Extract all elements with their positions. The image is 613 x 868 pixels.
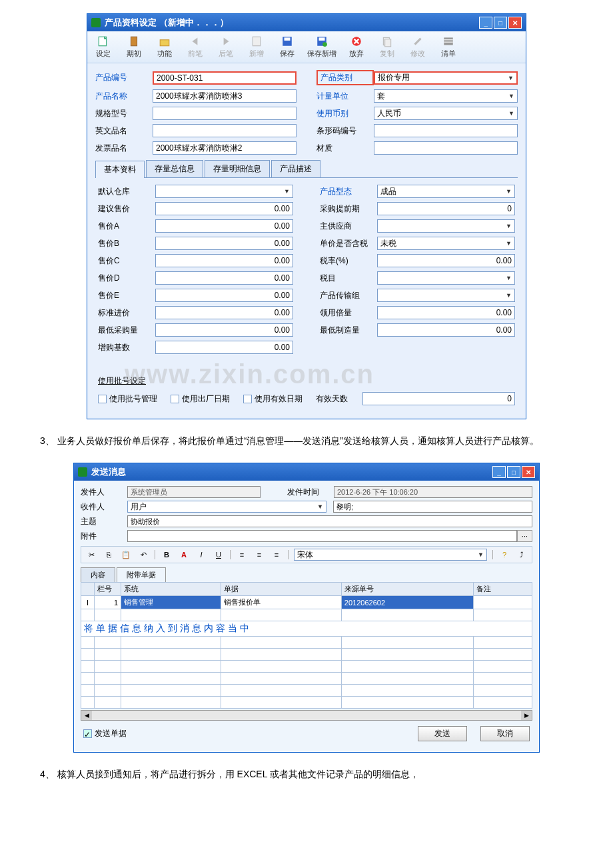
product-type-select[interactable]: 成品▼	[377, 185, 515, 198]
chevron-down-icon: ▼	[317, 503, 323, 510]
chk-valid-date[interactable]	[243, 395, 252, 403]
tax-item-select[interactable]: ▼	[377, 271, 515, 285]
add-base-input[interactable]	[155, 341, 293, 354]
tool-savenew[interactable]: 保存新增	[307, 35, 336, 59]
attach-browse-button[interactable]: ···	[517, 530, 532, 542]
underline-icon[interactable]: U	[213, 549, 225, 560]
maximize-button[interactable]: □	[494, 17, 507, 29]
chk-send-doc-label: 发送单据	[95, 728, 127, 739]
engname-input[interactable]	[153, 124, 297, 137]
tool-func[interactable]: 功能	[154, 35, 175, 59]
spec-input[interactable]	[153, 107, 297, 120]
font-select[interactable]: 宋体▼	[294, 549, 487, 561]
tool-save[interactable]: 保存	[277, 35, 298, 59]
tool-abandon[interactable]: 放弃	[346, 35, 367, 59]
tool-copy[interactable]: 复制	[376, 35, 398, 59]
align-left-icon[interactable]: ≡	[236, 549, 248, 560]
tool-list[interactable]: 清单	[438, 35, 459, 59]
unit-select[interactable]: 套▼	[374, 89, 518, 103]
bold-icon[interactable]: B	[161, 549, 173, 560]
scroll-right-icon[interactable]: ▶	[521, 711, 532, 720]
scroll-left-icon[interactable]: ◀	[81, 711, 92, 720]
font-color-icon[interactable]: A	[178, 549, 190, 560]
price-e-input[interactable]	[155, 289, 293, 302]
default-warehouse-select[interactable]: ▼	[155, 185, 293, 198]
cut-icon[interactable]: ✂	[85, 549, 97, 560]
material-input[interactable]	[374, 141, 518, 155]
close-button[interactable]: ✕	[508, 17, 522, 29]
add-base-label: 增购基数	[98, 342, 155, 353]
tax-included-select[interactable]: 未税▼	[377, 237, 515, 250]
tab-basic[interactable]: 基本资料	[95, 161, 145, 178]
min-mfg-input[interactable]	[377, 323, 515, 337]
cancel-button[interactable]: 取消	[480, 726, 530, 741]
multiplier-input[interactable]	[377, 306, 515, 319]
product-code-input[interactable]	[153, 71, 297, 85]
chk-send-doc[interactable]: ✓	[83, 729, 92, 738]
tax-included-label: 单价是否含税	[320, 238, 377, 249]
align-right-icon[interactable]: ≡	[271, 549, 283, 560]
suggest-price-input[interactable]	[155, 202, 293, 215]
tool-new[interactable]: 新增	[246, 35, 267, 59]
tab-content[interactable]: 内容	[81, 567, 115, 582]
horizontal-scrollbar[interactable]: ◀ ▶	[81, 710, 532, 721]
tax-rate-input[interactable]	[377, 254, 515, 267]
currency-select[interactable]: 人民币▼	[374, 107, 518, 120]
minimize-button[interactable]: _	[479, 17, 492, 29]
tool-qichu[interactable]: 期初	[123, 35, 145, 59]
chevron-down-icon: ▼	[506, 292, 512, 299]
help-icon[interactable]: ?	[498, 549, 510, 560]
tool-prev[interactable]: 前笔	[185, 35, 206, 59]
tool-next[interactable]: 后笔	[215, 35, 237, 59]
valid-days-input[interactable]	[362, 392, 515, 405]
invoicename-input[interactable]	[153, 141, 297, 155]
subject-input[interactable]	[127, 515, 532, 527]
product-name-label: 产品名称	[95, 91, 153, 102]
close-button[interactable]: ✕	[522, 466, 535, 478]
undo-icon[interactable]: ↶	[137, 549, 149, 560]
italic-icon[interactable]: I	[195, 549, 207, 560]
svg-rect-3	[253, 37, 260, 46]
tab-description[interactable]: 产品描述	[271, 160, 320, 177]
price-a-input[interactable]	[155, 219, 293, 233]
svg-rect-7	[319, 37, 325, 41]
exit-icon[interactable]: ⤴	[516, 549, 528, 560]
tool-setting[interactable]: 设定	[93, 35, 114, 59]
tab-docs[interactable]: 附带单据	[117, 567, 166, 582]
lead-time-input[interactable]	[377, 202, 515, 215]
chk-factory-date[interactable]	[171, 395, 179, 403]
maximize-button[interactable]: □	[507, 466, 520, 478]
lead-time-label: 采购提前期	[320, 203, 377, 215]
chevron-down-icon: ▼	[506, 240, 512, 247]
tab-stock-total[interactable]: 存量总信息	[146, 160, 203, 177]
tab-stock-detail[interactable]: 存量明细信息	[205, 160, 270, 177]
minimize-button[interactable]: _	[492, 466, 506, 478]
price-c-input[interactable]	[155, 254, 293, 267]
svg-rect-12	[444, 37, 453, 45]
cell-doc: 销售报价单	[221, 596, 341, 609]
tool-modify[interactable]: 修改	[407, 35, 428, 59]
table-row[interactable]: I 1 销售管理 销售报价单 2012062602	[81, 596, 532, 609]
product-name-input[interactable]	[153, 89, 297, 103]
align-center-icon[interactable]: ≡	[253, 549, 265, 560]
category-select[interactable]: 报价专用▼	[374, 71, 518, 85]
paste-icon[interactable]: 📋	[120, 549, 132, 560]
price-d-input[interactable]	[155, 271, 293, 285]
send-button[interactable]: 发送	[418, 726, 467, 741]
price-b-input[interactable]	[155, 237, 293, 250]
svg-rect-11	[385, 39, 391, 47]
font-value: 宋体	[297, 549, 313, 561]
recipient-select[interactable]: 用户▼	[127, 501, 326, 513]
recipient-names-input[interactable]	[333, 501, 532, 513]
chk-batch-mgmt[interactable]	[98, 395, 107, 403]
barcode-input[interactable]	[374, 124, 518, 137]
attach-input[interactable]	[127, 530, 517, 542]
toolbar: 设定 期初 功能 前笔 后笔 新增 保存 保存新增 放弃 复制 修改 清单	[87, 31, 526, 63]
tool-prev-label: 前笔	[188, 49, 203, 59]
main-supplier-select[interactable]: ▼	[377, 219, 515, 233]
trans-group-select[interactable]: ▼	[377, 289, 515, 302]
std-purchase-input[interactable]	[155, 306, 293, 319]
copy-icon[interactable]: ⎘	[103, 549, 115, 560]
min-purchase-input[interactable]	[155, 323, 293, 337]
sender-label: 发件人	[81, 487, 127, 498]
